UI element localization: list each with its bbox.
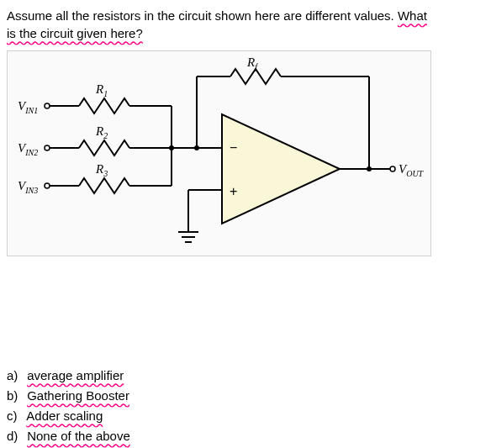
svg-text:VIN2: VIN2 <box>18 141 38 157</box>
circuit-diagram: − + VIN1 VIN2 VIN3 R1 R2 R3 Rf VOUT <box>7 50 431 256</box>
svg-text:R2: R2 <box>95 124 108 140</box>
option-a-label: a) <box>7 366 24 386</box>
option-b: b) Gathering Booster <box>7 386 484 406</box>
option-a-text: average amplifier <box>27 368 124 382</box>
svg-text:R3: R3 <box>95 162 108 178</box>
option-d-label: d) <box>7 426 24 446</box>
svg-point-6 <box>45 183 50 188</box>
svg-text:+: + <box>230 184 237 198</box>
answer-options: a) average amplifier b) Gathering Booste… <box>7 366 484 446</box>
option-c-label: c) <box>7 406 24 426</box>
q-line1-a: Assume all the resistors in the circuit … <box>7 8 394 23</box>
option-c-text: Adder scaling <box>26 408 103 423</box>
q-line2: is the circuit given here? <box>7 26 143 40</box>
svg-text:Rf: Rf <box>246 55 258 71</box>
svg-point-11 <box>169 145 174 150</box>
q-line1-b: What <box>398 8 427 23</box>
svg-point-0 <box>45 103 50 108</box>
option-b-text: Gathering Booster <box>27 388 129 403</box>
svg-text:VOUT: VOUT <box>399 162 425 178</box>
svg-marker-18 <box>222 114 340 224</box>
svg-point-3 <box>45 145 50 150</box>
option-b-label: b) <box>7 386 24 406</box>
option-d: d) None of the above <box>7 426 484 446</box>
svg-text:VIN3: VIN3 <box>18 179 38 195</box>
svg-text:−: − <box>230 140 237 155</box>
svg-text:VIN1: VIN1 <box>18 99 38 115</box>
option-a: a) average amplifier <box>7 366 484 386</box>
svg-point-22 <box>390 166 395 171</box>
option-c: c) Adder scaling <box>7 406 484 426</box>
option-d-text: None of the above <box>27 429 130 443</box>
question-text: Assume all the resistors in the circuit … <box>7 7 484 42</box>
svg-text:R1: R1 <box>95 82 108 98</box>
